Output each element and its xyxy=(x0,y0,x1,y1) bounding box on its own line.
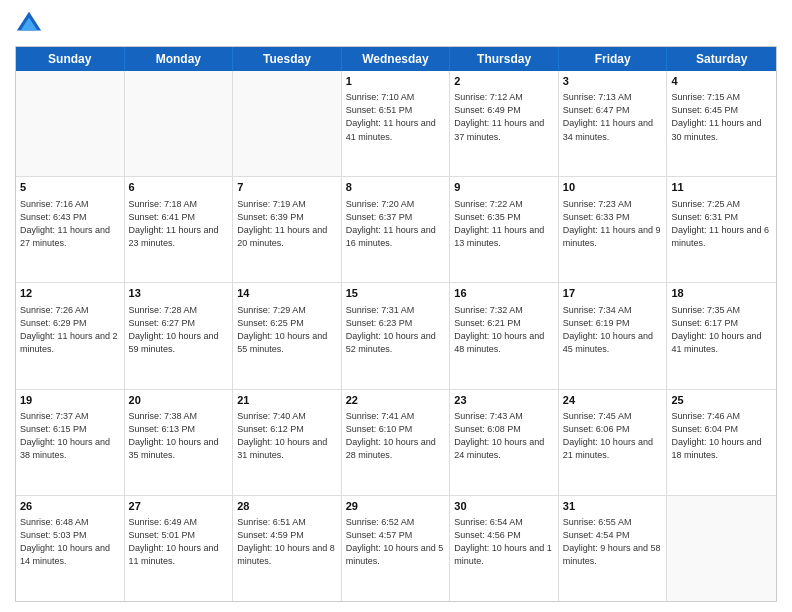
cell-text: Sunrise: 6:49 AM Sunset: 5:01 PM Dayligh… xyxy=(129,516,229,568)
day-number: 7 xyxy=(237,180,337,195)
cal-cell-2-2: 14Sunrise: 7:29 AM Sunset: 6:25 PM Dayli… xyxy=(233,283,342,388)
day-number: 15 xyxy=(346,286,446,301)
cal-cell-1-2: 7Sunrise: 7:19 AM Sunset: 6:39 PM Daylig… xyxy=(233,177,342,282)
cal-cell-3-3: 22Sunrise: 7:41 AM Sunset: 6:10 PM Dayli… xyxy=(342,390,451,495)
cell-text: Sunrise: 6:52 AM Sunset: 4:57 PM Dayligh… xyxy=(346,516,446,568)
cell-text: Sunrise: 6:51 AM Sunset: 4:59 PM Dayligh… xyxy=(237,516,337,568)
header-monday: Monday xyxy=(125,47,234,71)
day-number: 18 xyxy=(671,286,772,301)
day-number: 17 xyxy=(563,286,663,301)
cal-cell-0-1 xyxy=(125,71,234,176)
cal-cell-0-2 xyxy=(233,71,342,176)
cell-text: Sunrise: 7:32 AM Sunset: 6:21 PM Dayligh… xyxy=(454,304,554,356)
cell-text: Sunrise: 7:10 AM Sunset: 6:51 PM Dayligh… xyxy=(346,91,446,143)
header-sunday: Sunday xyxy=(16,47,125,71)
cal-cell-0-4: 2Sunrise: 7:12 AM Sunset: 6:49 PM Daylig… xyxy=(450,71,559,176)
cal-cell-0-0 xyxy=(16,71,125,176)
calendar-row-2: 12Sunrise: 7:26 AM Sunset: 6:29 PM Dayli… xyxy=(16,283,776,389)
cal-cell-3-1: 20Sunrise: 7:38 AM Sunset: 6:13 PM Dayli… xyxy=(125,390,234,495)
cell-text: Sunrise: 7:16 AM Sunset: 6:43 PM Dayligh… xyxy=(20,198,120,250)
cell-text: Sunrise: 7:29 AM Sunset: 6:25 PM Dayligh… xyxy=(237,304,337,356)
cal-cell-0-6: 4Sunrise: 7:15 AM Sunset: 6:45 PM Daylig… xyxy=(667,71,776,176)
cell-text: Sunrise: 7:38 AM Sunset: 6:13 PM Dayligh… xyxy=(129,410,229,462)
calendar: SundayMondayTuesdayWednesdayThursdayFrid… xyxy=(15,46,777,602)
cell-text: Sunrise: 7:13 AM Sunset: 6:47 PM Dayligh… xyxy=(563,91,663,143)
cell-text: Sunrise: 7:31 AM Sunset: 6:23 PM Dayligh… xyxy=(346,304,446,356)
cal-cell-1-0: 5Sunrise: 7:16 AM Sunset: 6:43 PM Daylig… xyxy=(16,177,125,282)
day-number: 10 xyxy=(563,180,663,195)
cell-text: Sunrise: 7:23 AM Sunset: 6:33 PM Dayligh… xyxy=(563,198,663,250)
cal-cell-4-6 xyxy=(667,496,776,601)
day-number: 14 xyxy=(237,286,337,301)
header xyxy=(15,10,777,38)
cal-cell-1-3: 8Sunrise: 7:20 AM Sunset: 6:37 PM Daylig… xyxy=(342,177,451,282)
cal-cell-2-5: 17Sunrise: 7:34 AM Sunset: 6:19 PM Dayli… xyxy=(559,283,668,388)
page: SundayMondayTuesdayWednesdayThursdayFrid… xyxy=(0,0,792,612)
cal-cell-2-0: 12Sunrise: 7:26 AM Sunset: 6:29 PM Dayli… xyxy=(16,283,125,388)
cell-text: Sunrise: 7:37 AM Sunset: 6:15 PM Dayligh… xyxy=(20,410,120,462)
cal-cell-0-3: 1Sunrise: 7:10 AM Sunset: 6:51 PM Daylig… xyxy=(342,71,451,176)
cal-cell-4-4: 30Sunrise: 6:54 AM Sunset: 4:56 PM Dayli… xyxy=(450,496,559,601)
cal-cell-4-0: 26Sunrise: 6:48 AM Sunset: 5:03 PM Dayli… xyxy=(16,496,125,601)
cell-text: Sunrise: 7:35 AM Sunset: 6:17 PM Dayligh… xyxy=(671,304,772,356)
cell-text: Sunrise: 7:20 AM Sunset: 6:37 PM Dayligh… xyxy=(346,198,446,250)
day-number: 5 xyxy=(20,180,120,195)
cal-cell-3-5: 24Sunrise: 7:45 AM Sunset: 6:06 PM Dayli… xyxy=(559,390,668,495)
cal-cell-3-4: 23Sunrise: 7:43 AM Sunset: 6:08 PM Dayli… xyxy=(450,390,559,495)
cal-cell-2-6: 18Sunrise: 7:35 AM Sunset: 6:17 PM Dayli… xyxy=(667,283,776,388)
calendar-header: SundayMondayTuesdayWednesdayThursdayFrid… xyxy=(16,47,776,71)
cal-cell-4-2: 28Sunrise: 6:51 AM Sunset: 4:59 PM Dayli… xyxy=(233,496,342,601)
cell-text: Sunrise: 7:22 AM Sunset: 6:35 PM Dayligh… xyxy=(454,198,554,250)
cal-cell-2-3: 15Sunrise: 7:31 AM Sunset: 6:23 PM Dayli… xyxy=(342,283,451,388)
cal-cell-4-3: 29Sunrise: 6:52 AM Sunset: 4:57 PM Dayli… xyxy=(342,496,451,601)
cell-text: Sunrise: 7:46 AM Sunset: 6:04 PM Dayligh… xyxy=(671,410,772,462)
day-number: 27 xyxy=(129,499,229,514)
day-number: 23 xyxy=(454,393,554,408)
day-number: 25 xyxy=(671,393,772,408)
day-number: 16 xyxy=(454,286,554,301)
cell-text: Sunrise: 6:55 AM Sunset: 4:54 PM Dayligh… xyxy=(563,516,663,568)
logo-icon xyxy=(15,10,43,38)
day-number: 26 xyxy=(20,499,120,514)
cell-text: Sunrise: 7:12 AM Sunset: 6:49 PM Dayligh… xyxy=(454,91,554,143)
day-number: 21 xyxy=(237,393,337,408)
day-number: 28 xyxy=(237,499,337,514)
day-number: 4 xyxy=(671,74,772,89)
header-friday: Friday xyxy=(559,47,668,71)
cal-cell-1-4: 9Sunrise: 7:22 AM Sunset: 6:35 PM Daylig… xyxy=(450,177,559,282)
day-number: 11 xyxy=(671,180,772,195)
day-number: 3 xyxy=(563,74,663,89)
day-number: 1 xyxy=(346,74,446,89)
header-tuesday: Tuesday xyxy=(233,47,342,71)
cell-text: Sunrise: 7:45 AM Sunset: 6:06 PM Dayligh… xyxy=(563,410,663,462)
calendar-body: 1Sunrise: 7:10 AM Sunset: 6:51 PM Daylig… xyxy=(16,71,776,601)
day-number: 9 xyxy=(454,180,554,195)
cell-text: Sunrise: 7:25 AM Sunset: 6:31 PM Dayligh… xyxy=(671,198,772,250)
cell-text: Sunrise: 6:54 AM Sunset: 4:56 PM Dayligh… xyxy=(454,516,554,568)
cal-cell-4-5: 31Sunrise: 6:55 AM Sunset: 4:54 PM Dayli… xyxy=(559,496,668,601)
cell-text: Sunrise: 7:34 AM Sunset: 6:19 PM Dayligh… xyxy=(563,304,663,356)
header-thursday: Thursday xyxy=(450,47,559,71)
cal-cell-2-4: 16Sunrise: 7:32 AM Sunset: 6:21 PM Dayli… xyxy=(450,283,559,388)
cal-cell-3-0: 19Sunrise: 7:37 AM Sunset: 6:15 PM Dayli… xyxy=(16,390,125,495)
day-number: 13 xyxy=(129,286,229,301)
cell-text: Sunrise: 7:40 AM Sunset: 6:12 PM Dayligh… xyxy=(237,410,337,462)
cell-text: Sunrise: 6:48 AM Sunset: 5:03 PM Dayligh… xyxy=(20,516,120,568)
header-wednesday: Wednesday xyxy=(342,47,451,71)
cal-cell-4-1: 27Sunrise: 6:49 AM Sunset: 5:01 PM Dayli… xyxy=(125,496,234,601)
calendar-row-3: 19Sunrise: 7:37 AM Sunset: 6:15 PM Dayli… xyxy=(16,390,776,496)
cal-cell-3-2: 21Sunrise: 7:40 AM Sunset: 6:12 PM Dayli… xyxy=(233,390,342,495)
day-number: 12 xyxy=(20,286,120,301)
cell-text: Sunrise: 7:43 AM Sunset: 6:08 PM Dayligh… xyxy=(454,410,554,462)
cell-text: Sunrise: 7:26 AM Sunset: 6:29 PM Dayligh… xyxy=(20,304,120,356)
cell-text: Sunrise: 7:15 AM Sunset: 6:45 PM Dayligh… xyxy=(671,91,772,143)
day-number: 24 xyxy=(563,393,663,408)
cal-cell-1-1: 6Sunrise: 7:18 AM Sunset: 6:41 PM Daylig… xyxy=(125,177,234,282)
calendar-row-4: 26Sunrise: 6:48 AM Sunset: 5:03 PM Dayli… xyxy=(16,496,776,601)
calendar-row-1: 5Sunrise: 7:16 AM Sunset: 6:43 PM Daylig… xyxy=(16,177,776,283)
cal-cell-1-6: 11Sunrise: 7:25 AM Sunset: 6:31 PM Dayli… xyxy=(667,177,776,282)
calendar-row-0: 1Sunrise: 7:10 AM Sunset: 6:51 PM Daylig… xyxy=(16,71,776,177)
cal-cell-1-5: 10Sunrise: 7:23 AM Sunset: 6:33 PM Dayli… xyxy=(559,177,668,282)
day-number: 29 xyxy=(346,499,446,514)
day-number: 20 xyxy=(129,393,229,408)
